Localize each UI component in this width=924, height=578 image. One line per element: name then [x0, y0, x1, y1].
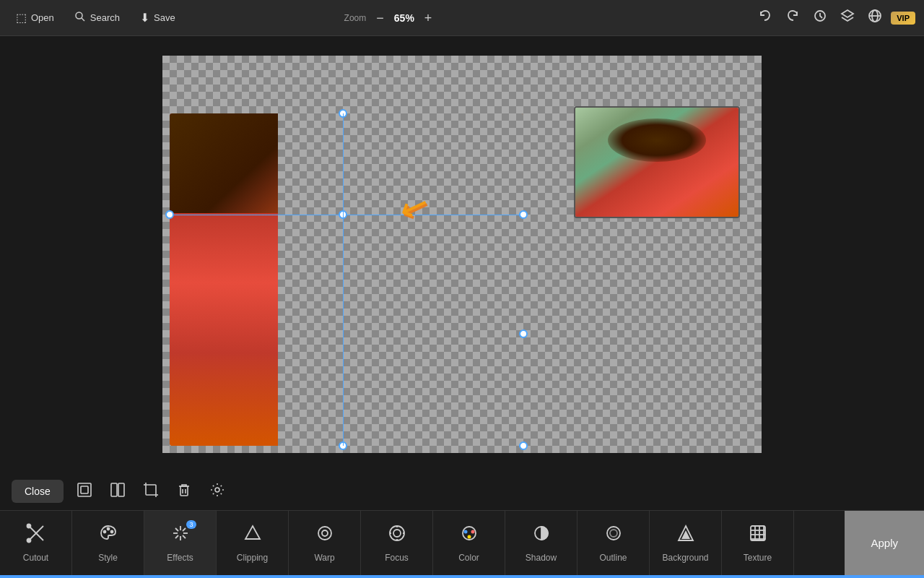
- apply-button[interactable]: Apply: [845, 511, 924, 575]
- clipping-icon: [243, 523, 263, 548]
- frame-tool-button[interactable]: [69, 476, 100, 507]
- background-label: Background: [662, 553, 708, 563]
- search-button[interactable]: Search: [67, 7, 127, 30]
- svg-marker-3: [842, 10, 853, 17]
- texture-label: Texture: [744, 553, 772, 563]
- undo-button[interactable]: [754, 4, 777, 31]
- open-icon: ⬚: [16, 11, 27, 25]
- svg-rect-16: [180, 486, 188, 496]
- menu-item-focus[interactable]: Focus: [361, 511, 433, 575]
- settings-tool-button[interactable]: [202, 476, 232, 507]
- menu-item-clipping[interactable]: Clipping: [217, 511, 289, 575]
- zoom-plus-button[interactable]: +: [420, 10, 437, 26]
- svg-rect-9: [111, 483, 117, 496]
- zoom-minus-button[interactable]: −: [372, 10, 388, 26]
- delete-tool-button[interactable]: [169, 476, 199, 507]
- color-icon: [459, 523, 479, 548]
- svg-point-47: [467, 535, 471, 539]
- background-icon: [676, 523, 696, 548]
- save-icon: ⬇: [140, 11, 149, 25]
- color-label: Color: [458, 553, 479, 563]
- svg-point-39: [390, 526, 404, 540]
- svg-point-38: [393, 530, 401, 537]
- bottom-toolbar: Close: [0, 473, 924, 510]
- layers-button[interactable]: [836, 4, 859, 31]
- svg-point-36: [322, 530, 328, 536]
- svg-point-25: [107, 528, 109, 530]
- style-label: Style: [98, 553, 118, 563]
- svg-line-1: [82, 18, 84, 21]
- translate-button[interactable]: [863, 4, 886, 31]
- style-icon: [98, 523, 118, 548]
- effects-label: Effects: [167, 553, 193, 563]
- menu-item-warp[interactable]: Warp: [289, 511, 361, 575]
- shadow-icon: [531, 523, 552, 548]
- menu-item-shadow[interactable]: Shadow: [505, 511, 578, 575]
- progress-bar-fill: [0, 575, 924, 578]
- outline-label: Outline: [599, 553, 627, 563]
- warp-label: Warp: [314, 553, 334, 563]
- outline-icon: [603, 523, 624, 548]
- clipping-label: Clipping: [237, 553, 268, 563]
- cutout-label: Cutout: [23, 553, 48, 563]
- svg-line-33: [183, 528, 186, 531]
- warp-icon: [315, 523, 335, 548]
- texture-icon: [748, 523, 768, 548]
- svg-line-31: [175, 528, 178, 531]
- thumbnail-hair: [608, 118, 706, 162]
- main-area: ↙ Close: [0, 36, 924, 510]
- svg-point-19: [215, 488, 219, 492]
- svg-rect-8: [81, 486, 88, 493]
- svg-point-45: [463, 530, 467, 534]
- crop-tool-button[interactable]: [136, 476, 166, 507]
- svg-line-32: [183, 535, 186, 538]
- canvas-container[interactable]: ↙: [0, 36, 924, 473]
- svg-rect-53: [751, 526, 765, 540]
- thumbnail-image: [575, 108, 738, 217]
- cutout-icon: [26, 523, 46, 548]
- menu-item-color[interactable]: Color: [433, 511, 505, 575]
- menu-item-texture[interactable]: Texture: [722, 511, 794, 575]
- menu-item-style[interactable]: Style: [72, 511, 144, 575]
- vip-badge[interactable]: VIP: [891, 12, 915, 25]
- svg-rect-11: [146, 485, 156, 495]
- open-button[interactable]: ⬚ Open: [9, 7, 61, 29]
- menu-item-effects[interactable]: 3 Effects: [144, 511, 217, 575]
- svg-marker-35: [245, 526, 260, 539]
- focus-label: Focus: [385, 553, 409, 563]
- focus-icon: [387, 523, 407, 548]
- split-tool-button[interactable]: [103, 476, 133, 507]
- effects-icon: 3: [170, 523, 191, 548]
- canvas-board: ↙: [162, 56, 762, 453]
- transparent-right: [278, 113, 523, 446]
- svg-point-26: [110, 531, 113, 533]
- svg-point-49: [607, 527, 620, 540]
- subject-image: [170, 113, 523, 446]
- shadow-label: Shadow: [526, 553, 557, 563]
- effects-badge: 3: [186, 520, 196, 529]
- svg-line-34: [175, 535, 178, 538]
- topbar-right: VIP: [754, 4, 915, 31]
- svg-point-0: [76, 12, 82, 19]
- svg-rect-10: [118, 483, 124, 496]
- svg-rect-7: [78, 483, 91, 496]
- zoom-value: 65%: [394, 12, 414, 24]
- close-button[interactable]: Close: [12, 480, 64, 503]
- bottom-menu: Cutout Style 3: [0, 510, 924, 575]
- svg-point-24: [103, 531, 105, 533]
- svg-point-37: [318, 527, 331, 540]
- save-button[interactable]: ⬇ Save: [133, 7, 183, 29]
- svg-point-50: [610, 530, 617, 537]
- menu-item-background[interactable]: Background: [650, 511, 722, 575]
- menu-item-cutout[interactable]: Cutout: [0, 511, 72, 575]
- search-icon: [74, 11, 86, 25]
- svg-point-22: [27, 525, 30, 528]
- history-button[interactable]: [808, 4, 832, 31]
- svg-point-23: [27, 539, 30, 543]
- progress-bar: [0, 575, 924, 578]
- zoom-area: Zoom − 65% +: [344, 10, 437, 26]
- thumbnail-preview: [574, 106, 740, 218]
- redo-button[interactable]: [781, 4, 804, 31]
- svg-point-46: [471, 530, 474, 534]
- menu-item-outline[interactable]: Outline: [578, 511, 650, 575]
